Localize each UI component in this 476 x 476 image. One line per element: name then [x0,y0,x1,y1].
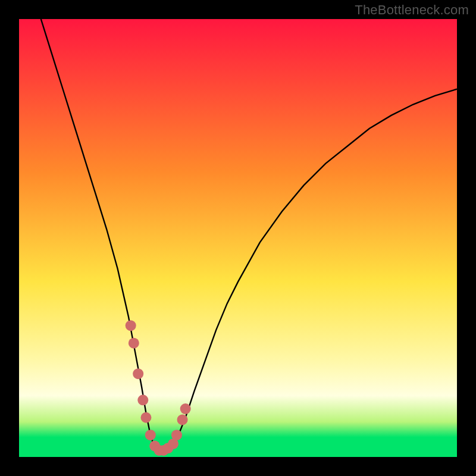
curve-marker [140,412,151,423]
watermark-text: TheBottleneck.com [355,2,469,18]
curve-marker [126,320,136,331]
chart-frame: TheBottleneck.com [0,0,476,476]
curve-marker [145,430,156,440]
green-baseline [19,451,457,457]
curve-marker [180,403,191,414]
plot-area [19,19,457,457]
curve-marker [177,414,188,425]
curve-marker [137,394,148,405]
curve-marker [171,430,182,440]
gradient-background [19,19,457,457]
curve-marker [129,338,139,349]
curve-marker [133,368,143,379]
chart-svg [19,19,457,457]
